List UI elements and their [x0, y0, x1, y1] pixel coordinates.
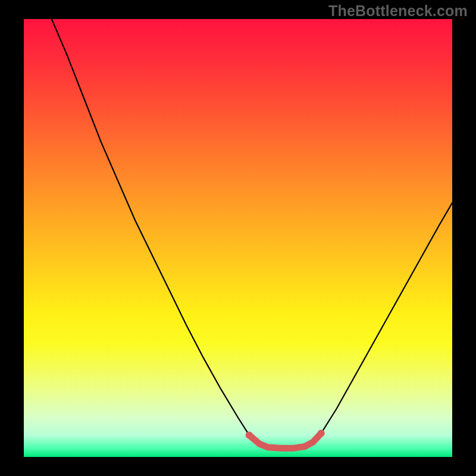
plot-area	[24, 19, 452, 457]
optimal-zone-end-dot	[318, 430, 325, 437]
curve-svg	[24, 19, 452, 457]
bottleneck-curve	[52, 19, 452, 448]
optimal-zone-start-dot	[246, 431, 253, 439]
chart-frame: TheBottleneck.com	[0, 0, 476, 476]
watermark-text: TheBottleneck.com	[328, 2, 468, 20]
optimal-zone-marker	[249, 433, 321, 448]
